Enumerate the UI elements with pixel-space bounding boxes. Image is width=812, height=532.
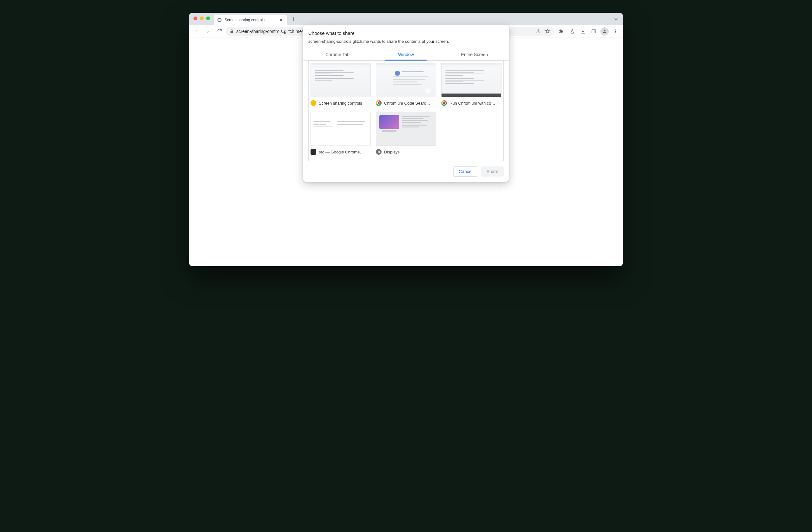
window-thumbnail <box>376 112 436 146</box>
share-button[interactable]: Share <box>481 166 504 177</box>
dialog-title: Choose what to share <box>308 30 504 36</box>
dialog-tab-row: Chrome Tab Window Entire Screen <box>303 49 509 61</box>
share-dialog: Choose what to share screen-sharing-cont… <box>303 25 509 182</box>
browser-window: Screen sharing controls <box>189 13 623 266</box>
tab-title: Screen sharing controls <box>224 18 276 22</box>
chrome-icon <box>441 100 447 106</box>
back-button[interactable] <box>192 26 202 36</box>
share-option-label: Run Chromium with co… <box>449 101 495 106</box>
svg-point-3 <box>615 29 616 30</box>
share-option[interactable]: Screen sharing controls <box>310 63 371 106</box>
window-thumbnail <box>310 63 371 97</box>
share-option-label: Screen sharing controls <box>319 101 362 106</box>
tab-window[interactable]: Window <box>372 49 440 60</box>
dialog-subtitle: screen-sharing-controls.glitch.me wants … <box>308 39 504 44</box>
svg-rect-1 <box>592 29 596 33</box>
tab-entire-screen[interactable]: Entire Screen <box>440 49 509 60</box>
close-window-button[interactable] <box>193 16 197 20</box>
downloads-icon[interactable] <box>578 26 588 36</box>
forward-button[interactable] <box>203 26 213 36</box>
chrome-icon <box>376 100 381 106</box>
svg-point-4 <box>615 31 616 32</box>
reload-button[interactable] <box>214 26 224 36</box>
fullscreen-window-button[interactable] <box>206 16 210 20</box>
svg-point-5 <box>615 32 616 33</box>
close-tab-icon[interactable] <box>278 17 284 23</box>
share-page-icon[interactable] <box>536 29 541 34</box>
settings-icon <box>376 149 381 155</box>
share-option[interactable]: Displays <box>376 112 436 155</box>
tab-chrome-tab[interactable]: Chrome Tab <box>303 49 372 60</box>
chrome-canary-icon <box>310 100 316 106</box>
bookmark-star-icon[interactable] <box>545 29 550 34</box>
terminal-icon <box>310 149 316 155</box>
share-option-label: src — Google Chrome… <box>319 150 364 154</box>
browser-tab[interactable]: Screen sharing controls <box>214 15 287 25</box>
globe-icon <box>217 17 222 23</box>
lock-icon <box>230 29 234 33</box>
minimize-window-button[interactable] <box>200 16 204 20</box>
chrome-menu-icon[interactable] <box>610 26 620 36</box>
cancel-button[interactable]: Cancel <box>453 166 478 177</box>
window-controls <box>193 16 210 20</box>
side-panel-icon[interactable] <box>589 26 599 36</box>
svg-point-2 <box>604 29 605 31</box>
window-thumbnail <box>441 63 502 97</box>
window-thumbnail <box>376 63 436 97</box>
new-tab-button[interactable] <box>289 15 298 24</box>
share-options-grid: Screen sharing controls <box>310 63 502 155</box>
tab-search-button[interactable] <box>611 15 620 24</box>
tab-strip: Screen sharing controls <box>189 13 623 25</box>
share-option[interactable]: Chromium Code Searc… <box>376 63 436 106</box>
labs-icon[interactable] <box>567 26 577 36</box>
share-option-label: Chromium Code Searc… <box>384 101 430 106</box>
share-option[interactable]: src — Google Chrome… <box>310 112 371 155</box>
share-option[interactable]: Run Chromium with co… <box>441 63 502 106</box>
window-thumbnail <box>310 112 371 146</box>
profile-avatar[interactable] <box>599 26 610 36</box>
extensions-icon[interactable] <box>556 26 566 36</box>
share-option-label: Displays <box>384 150 400 154</box>
